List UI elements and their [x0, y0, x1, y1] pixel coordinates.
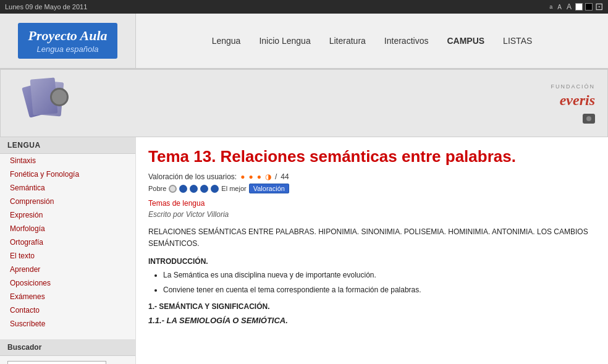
nav-item-inicio-lengua[interactable]: Inicio Lengua [259, 36, 310, 46]
circle-2 [179, 185, 187, 193]
bullet-list: La Semántica es una disciplina nueva y d… [163, 269, 596, 295]
font-medium-btn[interactable]: A [556, 4, 563, 11]
circle-5 [211, 185, 219, 193]
rating-label: Valoración de los usuarios: [148, 172, 237, 181]
sidebar-item-fonetica[interactable]: Fonética y Fonología [0, 167, 135, 181]
intro-section-title: INTRODUCCIÓN. [148, 257, 596, 266]
subsection2-title: 1.1.- LA SEMIOLOGÍA O SEMIÓTICA. [148, 316, 596, 325]
top-bar: Lunes 09 de Mayo de 2011 a A A ⊡ [0, 0, 608, 14]
sidebar-item-el-texto[interactable]: El texto [0, 249, 135, 263]
sidebar-item-comprension[interactable]: Comprensión [0, 195, 135, 208]
sidebar-item-contacto[interactable]: Contacto [0, 303, 135, 317]
nav-area: Lengua Inicio Lengua Literatura Interact… [136, 30, 608, 52]
logo-box[interactable]: Proyecto Aula Lengua española [18, 23, 117, 58]
sidebar-item-sintaxis[interactable]: Sintaxis [0, 154, 135, 167]
banner-icon [13, 75, 81, 131]
banner-left [13, 75, 81, 131]
star-1: ● [240, 172, 245, 181]
main: LENGUA Sintaxis Fonética y Fonología Sem… [0, 137, 608, 364]
sidebar: LENGUA Sintaxis Fonética y Fonología Sem… [0, 137, 136, 364]
sidebar-item-suscribete[interactable]: Suscríbete [0, 317, 135, 331]
camera-icon [583, 114, 595, 124]
sidebar-item-aprender[interactable]: Aprender [0, 263, 135, 276]
sidebar-item-semantica[interactable]: Semántica [0, 181, 135, 195]
circle-3 [190, 185, 198, 193]
intro-heading: RELACIONES SEMÁNTICAS ENTRE PALABRAS. HI… [148, 226, 596, 250]
star-4: ◑ [265, 172, 271, 181]
bullet-item-1: La Semántica es una disciplina nueva y d… [163, 269, 596, 281]
logo-area: Proyecto Aula Lengua española [0, 14, 136, 68]
rating-separator: / [275, 172, 277, 181]
sidebar-section-title: LENGUA [0, 137, 135, 154]
sidebar-item-ortografia[interactable]: Ortografía [0, 235, 135, 249]
star-2: ● [248, 172, 253, 181]
rating-best-label: El mejor [221, 185, 246, 192]
maximize-btn[interactable]: ⊡ [595, 2, 603, 12]
page-title: Tema 13. Relaciones semánticas entre pal… [148, 147, 596, 166]
rating-poor-label: Pobre [148, 185, 166, 192]
bullet-item-2: Conviene tener en cuenta el tema corresp… [163, 284, 596, 296]
sidebar-item-examenes[interactable]: Exámenes [0, 290, 135, 303]
valoracion-button[interactable]: Valoración [249, 184, 289, 193]
circle-4 [200, 185, 208, 193]
banner: FUNDACIÓN everis [0, 69, 608, 137]
sidebar-search-input[interactable] [7, 361, 106, 364]
star-3: ● [257, 172, 261, 181]
circle-1 [169, 185, 177, 193]
header: Proyecto Aula Lengua española Lengua Ini… [0, 14, 608, 69]
everis-label: FUNDACIÓN [551, 83, 596, 90]
nav-item-interactivos[interactable]: Interactivos [384, 36, 429, 46]
content-area: Tema 13. Relaciones semánticas entre pal… [136, 137, 608, 364]
contrast-light-btn[interactable] [575, 3, 583, 11]
temas-de-lengua-link[interactable]: Temas de lengua [148, 199, 205, 208]
rating-scale: Pobre El mejor Valoración [148, 184, 596, 193]
section2-title: 1.- SEMÁNTICA Y SIGNIFICACIÓN. [148, 302, 596, 311]
logo-subtitle: Lengua española [28, 44, 107, 54]
sidebar-item-morfologia[interactable]: Morfología [0, 222, 135, 235]
everis-logo: everis [560, 92, 595, 109]
clock-decoration [50, 88, 69, 106]
sidebar-item-oposiciones[interactable]: Oposiciones [0, 276, 135, 290]
top-bar-controls: a A A ⊡ [548, 2, 603, 12]
rating-count: 44 [281, 172, 289, 181]
nav-item-literatura[interactable]: Literatura [329, 36, 366, 46]
author-line: Escrito por Victor Villoria [148, 210, 596, 219]
logo-title: Proyecto Aula [28, 28, 107, 44]
font-small-btn[interactable]: a [548, 4, 554, 10]
rating-line: Valoración de los usuarios: ● ● ● ◑ / 44 [148, 172, 596, 181]
nav-item-campus[interactable]: CAMPUS [447, 36, 484, 46]
font-large-btn[interactable]: A [565, 2, 573, 11]
sidebar-search-section: Buscador [0, 339, 135, 364]
date-label: Lunes 09 de Mayo de 2011 [5, 3, 87, 11]
nav-item-lengua[interactable]: Lengua [212, 36, 241, 46]
banner-right: FUNDACIÓN everis [551, 83, 596, 124]
sidebar-item-expresion[interactable]: Expresión [0, 208, 135, 222]
contrast-dark-btn[interactable] [585, 3, 593, 11]
nav-item-listas[interactable]: LISTAS [503, 36, 532, 46]
sidebar-search-title: Buscador [0, 339, 135, 356]
